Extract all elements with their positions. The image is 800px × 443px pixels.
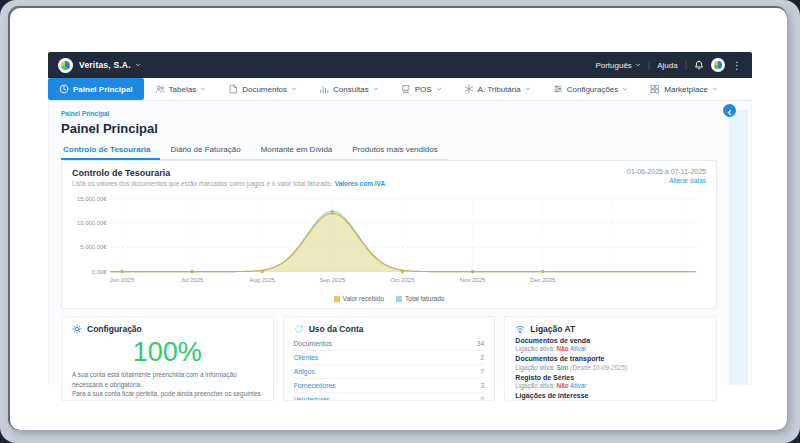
legend-item-valor-recebido: Valor recebido — [334, 295, 384, 302]
chevron-down-icon — [291, 86, 297, 92]
treasury-title: Controlo de Tesouraria — [72, 168, 385, 178]
sliders-icon — [553, 84, 563, 94]
usage-row-vendedores[interactable]: Vendedores0 — [294, 393, 485, 401]
nav-item-tabelas[interactable]: Tabelas — [144, 78, 218, 100]
usage-value: 0 — [481, 396, 485, 401]
pos-icon — [401, 84, 411, 94]
at-item-status: Ligação ativa: Não Ativar — [515, 345, 706, 352]
at-item-ligacoes-de-interesse: Ligações de interesse — [515, 392, 706, 399]
usage-row-documentos: Documentos34 — [294, 337, 485, 351]
usage-row-artigos[interactable]: Artigos7 — [294, 365, 485, 379]
collapsed-side-panel[interactable] — [729, 110, 748, 385]
chevron-down-icon — [200, 86, 206, 92]
panel-toggle-button[interactable] — [723, 104, 736, 117]
page-title: Painel Principal — [61, 121, 717, 136]
configuration-card: Configuração 100% A sua conta está total… — [61, 316, 274, 401]
user-avatar[interactable] — [711, 58, 725, 72]
main-nav: Painel PrincipalTabelasDocumentosConsult… — [48, 78, 752, 101]
kebab-menu-icon[interactable]: ⋮ — [732, 60, 742, 71]
tab-montante-em-divida[interactable]: Montante em Dívida — [251, 145, 343, 160]
nav-item-painel-principal[interactable]: Painel Principal — [48, 78, 144, 100]
nav-item-documentos[interactable]: Documentos — [217, 78, 308, 100]
chart-legend: Valor recebidoTotal faturado — [72, 293, 706, 303]
svg-text:Nov 2025: Nov 2025 — [460, 277, 486, 283]
wifi-icon — [515, 324, 525, 334]
usage-value: 7 — [481, 368, 485, 375]
chevron-left-icon — [726, 102, 733, 120]
help-link[interactable]: Ajuda — [657, 61, 677, 70]
usage-label[interactable]: Clientes — [294, 354, 319, 361]
at-item-name: Documentos de venda — [515, 337, 706, 344]
at-item-status: Ligação ativa: Sim (Desde 10-09-2025) — [515, 364, 706, 371]
legend-item-total-faturado: Total faturado — [396, 295, 444, 302]
usage-label[interactable]: Vendedores — [294, 396, 330, 401]
tax-icon — [464, 84, 474, 94]
vat-values-link[interactable]: Valores com IVA — [335, 180, 385, 187]
gear-icon — [72, 324, 82, 334]
activate-link[interactable]: Ativar — [570, 345, 586, 352]
company-name[interactable]: Veritas, S.A. — [79, 60, 131, 70]
divider: | — [648, 60, 650, 70]
usage-label[interactable]: Artigos — [294, 368, 315, 375]
account-usage-card: Uso da Conta Documentos34Clientes2Artigo… — [283, 316, 496, 401]
users-icon — [155, 84, 165, 94]
usage-label[interactable]: Fornecedores — [294, 382, 336, 389]
tab-controlo-de-tesouraria[interactable]: Controlo de Tesouraria — [61, 145, 160, 160]
usage-value: 2 — [481, 354, 485, 361]
configuration-text: A sua conta está totalmente preenchida c… — [72, 370, 263, 401]
usage-row-clientes[interactable]: Clientes2 — [294, 351, 485, 365]
at-item-name: Ligações de interesse — [515, 392, 706, 399]
activate-link[interactable]: Ativar — [570, 382, 586, 389]
at-connection-title: Ligação AT — [530, 324, 575, 334]
svg-text:Jun 2025: Jun 2025 — [110, 277, 135, 283]
language-selector[interactable]: Português — [595, 61, 640, 70]
nav-item-marketplace[interactable]: Marketplace — [639, 78, 729, 100]
at-item-name: Registo de Séries — [515, 374, 706, 381]
tab-produtos-mais-vendidos[interactable]: Produtos mais vendidos — [342, 145, 447, 160]
svg-text:15.000,00€: 15.000,00€ — [77, 196, 107, 202]
treasury-subtitle: Lista os valores dos documentos que estã… — [72, 180, 385, 187]
account-usage-title: Uso da Conta — [309, 324, 364, 334]
date-range-label: 01-06-2025 a 07-11-2025 — [627, 168, 706, 175]
breadcrumb[interactable]: Painel Principal — [61, 110, 717, 117]
svg-text:Dec 2025: Dec 2025 — [530, 277, 556, 283]
at-connection-card: Ligação AT Documentos de vendaLigação at… — [504, 316, 717, 401]
svg-text:5.000,00€: 5.000,00€ — [80, 244, 107, 250]
at-item-documentos-de-venda: Documentos de vendaLigação ativa: Não At… — [515, 337, 706, 353]
clock-icon — [59, 84, 69, 94]
top-bar: Veritas, S.A. Português | Ajuda | ⋮ — [48, 52, 752, 78]
bell-icon[interactable] — [694, 60, 704, 70]
missing-info-link[interactable]: Ver informação em falta — [98, 400, 166, 401]
nav-item-a-tributaria[interactable]: A. Tributária — [453, 78, 542, 100]
dashboard-tabs: Controlo de TesourariaDiário de Faturaçã… — [61, 145, 717, 160]
at-item-status: Ligação ativa: Não Ativar — [515, 382, 706, 389]
at-item-documentos-de-transporte: Documentos de transporteLigação ativa: S… — [515, 355, 706, 371]
nav-item-pos[interactable]: POS — [390, 78, 453, 100]
chevron-down-icon — [635, 62, 641, 68]
chevron-down-icon — [436, 86, 442, 92]
svg-text:Sep 2025: Sep 2025 — [320, 277, 346, 283]
svg-text:Aug 2025: Aug 2025 — [249, 277, 275, 283]
status-value: Sim — [557, 364, 569, 371]
status-value: Não — [557, 345, 569, 352]
treasury-card: Controlo de Tesouraria Lista os valores … — [61, 160, 717, 309]
treasury-chart: 0,00€5.000,00€10.000,00€15.000,00€Jun 20… — [72, 189, 706, 293]
at-item-name: Documentos de transporte — [515, 355, 706, 362]
chevron-down-icon[interactable] — [135, 62, 141, 68]
change-dates-link[interactable]: Alterar datas — [627, 177, 706, 184]
app-screenshot: Veritas, S.A. Português | Ajuda | ⋮ Pain… — [48, 52, 752, 385]
grid-icon — [650, 84, 660, 94]
chart-icon — [319, 84, 329, 94]
usage-row-fornecedores[interactable]: Fornecedores3 — [294, 379, 485, 393]
chevron-down-icon — [373, 86, 379, 92]
chevron-down-icon — [525, 86, 531, 92]
usage-label: Documentos — [294, 340, 332, 347]
nav-item-configuracoes[interactable]: Configurações — [542, 78, 640, 100]
chevron-down-icon — [712, 86, 718, 92]
svg-text:10.000,00€: 10.000,00€ — [77, 220, 107, 226]
browser-window: Veritas, S.A. Português | Ajuda | ⋮ Pain… — [10, 8, 787, 430]
usage-value: 3 — [481, 382, 485, 389]
tab-diario-de-faturacao[interactable]: Diário de Faturação — [160, 145, 250, 160]
nav-item-consultas[interactable]: Consultas — [308, 78, 390, 100]
configuration-title: Configuração — [87, 324, 142, 334]
